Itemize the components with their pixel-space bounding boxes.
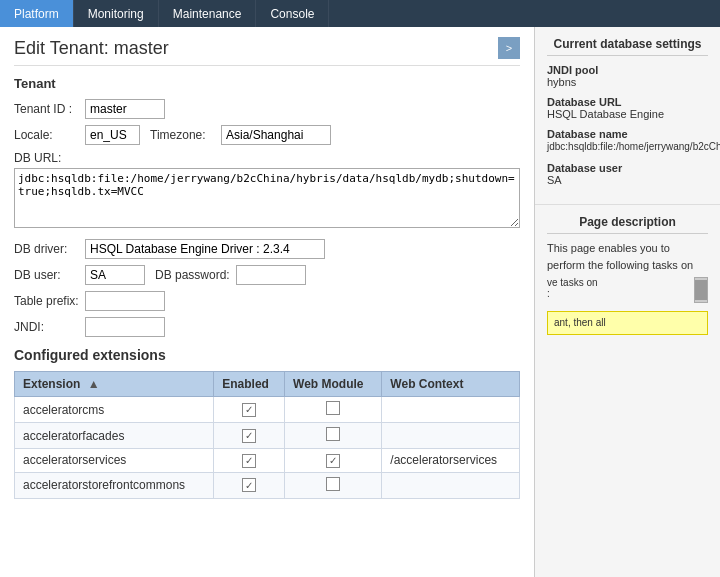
- nav-monitoring-label: Monitoring: [88, 7, 144, 21]
- sidebar-db-user-label: Database user: [547, 162, 708, 174]
- locale-timezone-row: Locale: Timezone:: [14, 125, 520, 145]
- table-row: acceleratorcms: [15, 397, 520, 423]
- table-prefix-row: Table prefix:: [14, 291, 520, 311]
- sidebar-db-name-label: Database name: [547, 128, 708, 140]
- ext-web-context-cell: [382, 397, 520, 423]
- sidebar-db-url-value: HSQL Database Engine: [547, 108, 708, 120]
- enabled-checkbox[interactable]: [242, 403, 256, 417]
- sort-icon: ▲: [88, 377, 100, 391]
- jndi-pool-item: JNDI pool hybns: [547, 64, 708, 88]
- col-enabled: Enabled: [214, 372, 285, 397]
- db-password-label: DB password:: [155, 268, 230, 282]
- web-module-checkbox[interactable]: [326, 477, 340, 491]
- db-settings-section: Current database settings JNDI pool hybn…: [535, 27, 720, 205]
- db-driver-row: DB driver:: [14, 239, 520, 259]
- page-desc-more-text: ve tasks on:: [547, 277, 690, 299]
- db-name-item: Database name jdbc:hsqldb:file:/home/jer…: [547, 128, 708, 154]
- tenant-id-label: Tenant ID :: [14, 102, 79, 116]
- left-content: Edit Tenant: master > Tenant Tenant ID :…: [0, 27, 535, 577]
- enabled-checkbox[interactable]: [242, 454, 256, 468]
- enabled-checkbox[interactable]: [242, 478, 256, 492]
- nav-console-label: Console: [270, 7, 314, 21]
- ext-web-context-cell: /acceleratorservices: [382, 449, 520, 473]
- yellow-note: ant, then all: [547, 311, 708, 335]
- ext-web-module-cell: [285, 397, 382, 423]
- db-user-item: Database user SA: [547, 162, 708, 186]
- extensions-section: Configured extensions Extension ▲ Enable…: [14, 347, 520, 499]
- jndi-pool-label: JNDI pool: [547, 64, 708, 76]
- timezone-input[interactable]: [221, 125, 331, 145]
- tenant-section: Tenant Tenant ID : Locale: Timezone: DB …: [14, 76, 520, 337]
- ext-name-cell: acceleratorcms: [15, 397, 214, 423]
- page-title-bar: Edit Tenant: master >: [14, 37, 520, 66]
- extensions-header: Configured extensions: [14, 347, 520, 363]
- col-web-module: Web Module: [285, 372, 382, 397]
- enabled-checkbox[interactable]: [242, 429, 256, 443]
- web-module-checkbox[interactable]: [326, 401, 340, 415]
- ext-name-cell: acceleratorservices: [15, 449, 214, 473]
- col-web-context: Web Context: [382, 372, 520, 397]
- tenant-id-input[interactable]: [85, 99, 165, 119]
- ext-web-module-cell: [285, 449, 382, 473]
- table-prefix-label: Table prefix:: [14, 294, 79, 308]
- expand-button[interactable]: >: [498, 37, 520, 59]
- nav-platform[interactable]: Platform: [0, 0, 74, 27]
- db-user-input[interactable]: [85, 265, 145, 285]
- table-row: acceleratorservices/acceleratorservices: [15, 449, 520, 473]
- db-url-wrapper: DB URL:: [14, 151, 520, 231]
- table-row: acceleratorstorefrontcommons: [15, 472, 520, 498]
- table-prefix-input[interactable]: [85, 291, 165, 311]
- timezone-label: Timezone:: [150, 128, 215, 142]
- nav-console[interactable]: Console: [256, 0, 329, 27]
- scroll-bar[interactable]: [694, 277, 708, 303]
- page-desc-title: Page description: [547, 215, 708, 234]
- ext-enabled-cell: [214, 423, 285, 449]
- db-driver-label: DB driver:: [14, 242, 79, 256]
- nav-monitoring[interactable]: Monitoring: [74, 0, 159, 27]
- db-user-label: DB user:: [14, 268, 79, 282]
- ext-web-context-cell: [382, 423, 520, 449]
- ext-name-cell: acceleratorfacades: [15, 423, 214, 449]
- ext-web-module-cell: [285, 423, 382, 449]
- main-container: Edit Tenant: master > Tenant Tenant ID :…: [0, 27, 720, 577]
- table-header-row: Extension ▲ Enabled Web Module Web Conte…: [15, 372, 520, 397]
- db-settings-title: Current database settings: [547, 37, 708, 56]
- yellow-note-text: ant, then all: [554, 316, 701, 330]
- ext-enabled-cell: [214, 472, 285, 498]
- sidebar-db-url-label: Database URL: [547, 96, 708, 108]
- ext-web-context-cell: [382, 472, 520, 498]
- page-desc-section: Page description This page enables you t…: [535, 205, 720, 345]
- locale-label: Locale:: [14, 128, 79, 142]
- page-desc-text: This page enables you to perform the fol…: [547, 240, 708, 273]
- nav-maintenance[interactable]: Maintenance: [159, 0, 257, 27]
- sidebar-db-user-value: SA: [547, 174, 708, 186]
- locale-input[interactable]: [85, 125, 140, 145]
- db-user-row: DB user: DB password:: [14, 265, 520, 285]
- right-sidebar: Current database settings JNDI pool hybn…: [535, 27, 720, 577]
- db-driver-input[interactable]: [85, 239, 325, 259]
- tenant-id-row: Tenant ID :: [14, 99, 520, 119]
- sidebar-db-name-value: jdbc:hsqldb:file:/home/jerrywang/b2cChin…: [547, 140, 708, 154]
- page-title: Edit Tenant: master: [14, 38, 169, 59]
- ext-web-module-cell: [285, 472, 382, 498]
- nav-platform-label: Platform: [14, 7, 59, 21]
- nav-maintenance-label: Maintenance: [173, 7, 242, 21]
- tenant-section-header: Tenant: [14, 76, 520, 91]
- db-password-input[interactable]: [236, 265, 306, 285]
- col-extension[interactable]: Extension ▲: [15, 372, 214, 397]
- ext-enabled-cell: [214, 397, 285, 423]
- web-module-checkbox[interactable]: [326, 427, 340, 441]
- db-url-item: Database URL HSQL Database Engine: [547, 96, 708, 120]
- table-row: acceleratorfacades: [15, 423, 520, 449]
- page-desc-scroll-area: ve tasks on:: [547, 277, 708, 303]
- web-module-checkbox[interactable]: [326, 454, 340, 468]
- db-url-label: DB URL:: [14, 151, 520, 165]
- jndi-row: JNDI:: [14, 317, 520, 337]
- jndi-label: JNDI:: [14, 320, 79, 334]
- jndi-input[interactable]: [85, 317, 165, 337]
- ext-enabled-cell: [214, 449, 285, 473]
- extensions-table: Extension ▲ Enabled Web Module Web Conte…: [14, 371, 520, 499]
- db-url-textarea[interactable]: [14, 168, 520, 228]
- top-nav: Platform Monitoring Maintenance Console: [0, 0, 720, 27]
- ext-name-cell: acceleratorstorefrontcommons: [15, 472, 214, 498]
